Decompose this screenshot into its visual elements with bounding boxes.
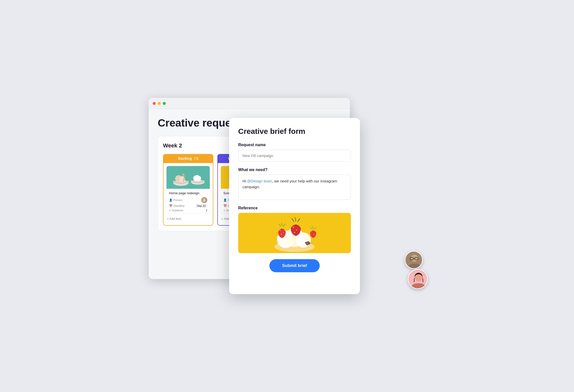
meta-subitems-1: ≡ Subitems 2 — [169, 209, 207, 212]
svg-point-36 — [313, 234, 314, 234]
svg-point-32 — [293, 227, 294, 228]
what-we-need-text-before: Hi — [242, 179, 247, 183]
calendar-icon-1: 📅 — [169, 204, 173, 208]
minimize-dot[interactable] — [158, 102, 161, 105]
scene: Creative requests Week 2 Backlog / 2 — [149, 98, 425, 294]
request-name-label: Request name — [238, 143, 351, 147]
what-we-need-textarea[interactable]: Hi @Design team, we need your help with … — [238, 175, 351, 200]
what-we-need-field: What we need? Hi @Design team, we need y… — [238, 168, 351, 200]
card-image-backlog — [167, 166, 210, 189]
reference-field: Reference — [238, 206, 351, 253]
what-we-need-mention: @Design team — [247, 179, 272, 183]
close-dot[interactable] — [153, 102, 156, 105]
svg-point-30 — [283, 232, 284, 233]
card-body-1: Home page redesign 👤 Person — [167, 189, 210, 213]
svg-point-34 — [294, 232, 295, 233]
form-title: Creative brief form — [238, 127, 351, 136]
person-icon-1: 👤 — [169, 199, 173, 202]
deadline-value-1: Sep 22 — [195, 204, 207, 208]
column-backlog: Backlog / 2 — [163, 154, 213, 226]
titlebar — [149, 98, 350, 109]
col-count-backlog: / 2 — [193, 156, 198, 161]
request-name-field: Request name — [238, 143, 351, 162]
avatar-1 — [201, 197, 207, 203]
svg-point-31 — [281, 234, 282, 235]
card-home-redesign[interactable]: Home page redesign 👤 Person — [167, 166, 210, 213]
reference-label: Reference — [238, 206, 351, 210]
subitems-value-1: 2 — [206, 209, 207, 212]
avatar-overlay-2 — [408, 269, 428, 289]
submit-button[interactable]: Submit brief — [269, 259, 320, 272]
meta-person-1: 👤 Person — [169, 197, 207, 203]
svg-rect-0 — [167, 167, 210, 188]
request-name-input[interactable] — [238, 150, 351, 162]
person-label-1: Person — [174, 199, 182, 202]
col-header-backlog: Backlog / 2 — [163, 154, 213, 163]
svg-point-35 — [311, 232, 312, 232]
svg-point-10 — [203, 199, 205, 200]
svg-point-29 — [280, 230, 281, 231]
maximize-dot[interactable] — [163, 102, 166, 105]
avatar-overlay-1 — [405, 251, 423, 269]
person-icon-2: 👤 — [223, 199, 227, 202]
card-title-1: Home page redesign — [169, 191, 207, 195]
reference-image — [238, 213, 351, 253]
form-window: Creative brief form Request name What we… — [229, 118, 360, 294]
svg-point-9 — [195, 175, 199, 179]
col-label-backlog: Backlog — [178, 156, 192, 161]
col-body-backlog: Home page redesign 👤 Person — [163, 163, 213, 226]
calendar-icon-2: 📅 — [223, 204, 227, 208]
list-icon-2: ≡ — [223, 209, 225, 212]
svg-point-33 — [296, 229, 297, 230]
card-meta-1: 👤 Person — [169, 197, 207, 212]
list-icon-1: ≡ — [169, 209, 171, 212]
add-item-backlog[interactable]: + Add item — [167, 216, 210, 222]
what-we-need-label: What we need? — [238, 168, 351, 172]
meta-deadline-1: 📅 Deadline Sep 22 — [169, 204, 207, 208]
